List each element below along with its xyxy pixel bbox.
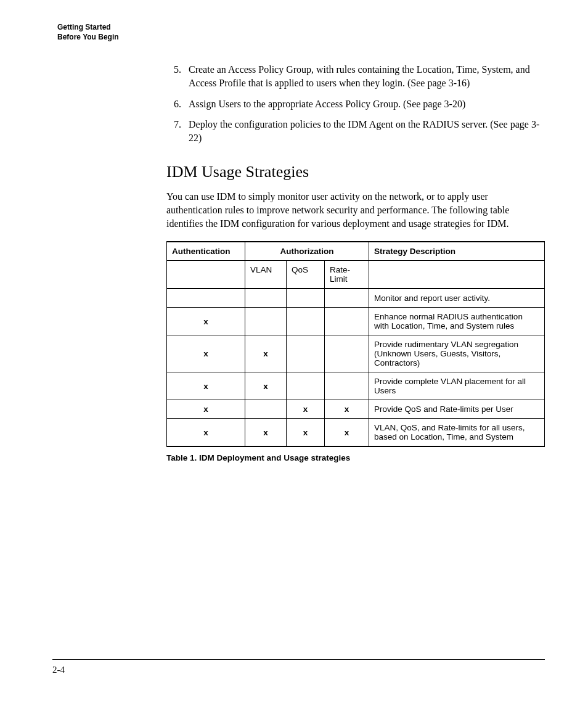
cell-rate [325, 308, 369, 335]
running-header-line1: Getting Started [57, 22, 545, 32]
table-subheader-row: VLAN QoS Rate-Limit [167, 261, 545, 289]
table-row: xxxxVLAN, QoS, and Rate-limits for all u… [167, 419, 545, 447]
cell-rate [325, 372, 369, 400]
cell-vlan [245, 289, 287, 308]
step-item: Create an Access Policy Group, with rule… [184, 63, 545, 89]
sub-rate: Rate-Limit [325, 261, 369, 289]
cell-vlan: x [245, 335, 287, 372]
cell-description: Provide rudimentary VLAN segregation (Un… [369, 335, 545, 372]
section-heading: IDM Usage Strategies [166, 163, 545, 181]
table-row: Monitor and report user activity. [167, 289, 545, 308]
sub-vlan: VLAN [245, 261, 287, 289]
cell-rate: x [325, 400, 369, 419]
page: Getting Started Before You Begin Create … [0, 0, 588, 706]
running-header: Getting Started Before You Begin [57, 22, 545, 42]
cell-rate [325, 289, 369, 308]
table-row: xxProvide complete VLAN placement for al… [167, 372, 545, 400]
section-intro: You can use IDM to simply monitor user a… [166, 190, 545, 230]
cell-qos [287, 308, 325, 335]
cell-auth [167, 289, 245, 308]
numbered-steps: Create an Access Policy Group, with rule… [166, 63, 545, 144]
cell-vlan [245, 308, 287, 335]
cell-auth: x [167, 372, 245, 400]
cell-description: Provide complete VLAN placement for all … [369, 372, 545, 400]
cell-auth: x [167, 335, 245, 372]
table-row: xxxProvide QoS and Rate-limits per User [167, 400, 545, 419]
sub-blank-auth [167, 261, 245, 289]
th-authentication: Authentication [167, 242, 245, 261]
cell-description: Provide QoS and Rate-limits per User [369, 400, 545, 419]
cell-description: VLAN, QoS, and Rate-limits for all users… [369, 419, 545, 447]
strategy-table: Authentication Authorization Strategy De… [166, 241, 545, 447]
table-row: xEnhance normal RADIUS authentication wi… [167, 308, 545, 335]
cell-auth: x [167, 419, 245, 447]
cell-vlan: x [245, 419, 287, 447]
step-item: Assign Users to the appropriate Access P… [184, 97, 545, 111]
th-description: Strategy Description [369, 242, 545, 261]
sub-blank-desc [369, 261, 545, 289]
page-number: 2-4 [52, 665, 65, 675]
sub-qos: QoS [287, 261, 325, 289]
cell-rate: x [325, 419, 369, 447]
cell-auth: x [167, 400, 245, 419]
cell-description: Enhance normal RADIUS authentication wit… [369, 308, 545, 335]
cell-rate [325, 335, 369, 372]
running-header-line2: Before You Begin [57, 32, 545, 42]
page-footer: 2-4 [52, 659, 545, 675]
cell-qos [287, 372, 325, 400]
table-header-row: Authentication Authorization Strategy De… [167, 242, 545, 261]
cell-qos [287, 335, 325, 372]
table-caption: Table 1. IDM Deployment and Usage strate… [166, 453, 545, 462]
cell-qos: x [287, 419, 325, 447]
table-row: xxProvide rudimentary VLAN segregation (… [167, 335, 545, 372]
cell-vlan: x [245, 372, 287, 400]
cell-description: Monitor and report user activity. [369, 289, 545, 308]
cell-qos [287, 289, 325, 308]
step-item: Deploy the configuration policies to the… [184, 118, 545, 144]
cell-vlan [245, 400, 287, 419]
main-content: Create an Access Policy Group, with rule… [166, 63, 545, 462]
th-authorization: Authorization [245, 242, 369, 261]
cell-qos: x [287, 400, 325, 419]
cell-auth: x [167, 308, 245, 335]
